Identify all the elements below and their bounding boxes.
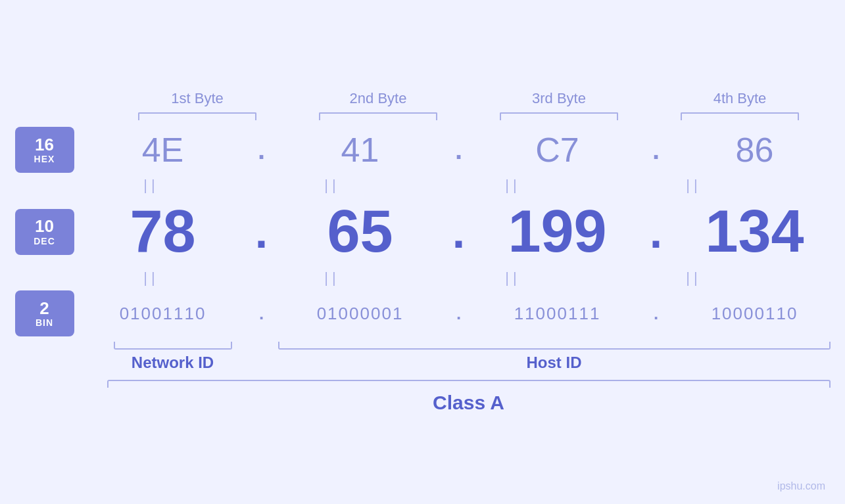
dec-b4: 134 [689,198,821,265]
dec-b2: 65 [295,198,426,265]
host-id-section: Host ID [278,342,831,372]
byte-headers: 1st Byte 2nd Byte 3rd Byte 4th Byte [107,90,831,107]
top-brackets [107,112,831,120]
bin-badge-num: 2 [39,299,49,318]
hex-b3: C7 [492,130,623,170]
main-container: 1st Byte 2nd Byte 3rd Byte 4th Byte 16 H… [0,0,845,504]
bin-row: 2 BIN 01001110 . 01000001 . 11000111 . 1… [15,290,831,336]
eq1-1: || [85,177,217,194]
network-bracket-bottom [114,342,232,350]
dot-dec-3: . [643,206,669,258]
bin-b4: 10000110 [689,304,821,324]
network-id-label: Network ID [132,354,214,372]
dot-dec-2: . [446,206,472,258]
eq2-3: || [447,269,579,286]
byte2-header: 2nd Byte [312,90,444,107]
eq1-2: || [266,177,398,194]
byte1-header: 1st Byte [132,90,263,107]
dot-bin-2: . [446,304,472,324]
dot-hex-3: . [643,135,669,165]
hex-b4: 86 [689,130,821,170]
byte3-header: 3rd Byte [493,90,625,107]
hex-row: 16 HEX 4E . 41 . C7 . 86 [15,127,831,173]
hex-badge-label: HEX [34,154,55,164]
eq2-2: || [266,269,398,286]
class-label: Class A [433,392,504,414]
eq2-4: || [628,269,760,286]
bin-b2: 01000001 [295,304,426,324]
bin-badge-label: BIN [36,317,53,328]
eq1-4: || [628,177,760,194]
bracket-top-2 [319,112,437,120]
bin-b3: 11000111 [492,304,623,324]
bracket-top-3 [500,112,618,120]
hex-badge: 16 HEX [15,127,74,173]
hex-values: 4E . 41 . C7 . 86 [87,130,831,170]
hex-badge-num: 16 [35,135,54,154]
equals-row-2: || || || || [61,269,785,286]
dot-dec-1: . [249,206,275,258]
byte4-header: 4th Byte [674,90,806,107]
bin-values: 01001110 . 01000001 . 11000111 . 1000011… [87,304,831,324]
eq1-3: || [447,177,579,194]
hex-b1: 4E [97,130,229,170]
class-bracket-top [107,380,831,388]
bracket-top-1 [138,112,256,120]
bracket-top-4 [681,112,799,120]
id-brackets-row: Network ID Host ID [107,342,831,372]
dec-badge: 10 DEC [15,209,74,255]
hex-b2: 41 [295,130,426,170]
dec-b3: 199 [492,198,623,265]
eq2-1: || [85,269,217,286]
bin-b1: 01001110 [97,304,229,324]
dec-badge-num: 10 [35,217,54,236]
dot-hex-2: . [446,135,472,165]
equals-row-1: || || || || [61,177,785,194]
dec-b1: 78 [97,198,229,265]
network-id-section: Network ID [107,342,239,372]
dec-badge-label: DEC [34,236,55,246]
watermark: ipshu.com [777,480,825,492]
host-bracket-bottom [278,342,831,350]
class-section: Class A [107,380,831,414]
dot-hex-1: . [249,135,275,165]
dot-bin-1: . [249,304,275,324]
class-label-wrap: Class A [107,392,831,414]
dec-row: 10 DEC 78 . 65 . 199 . 134 [15,198,831,265]
bin-badge: 2 BIN [15,290,74,336]
host-id-label: Host ID [527,354,582,372]
dot-bin-3: . [643,304,669,324]
dec-values: 78 . 65 . 199 . 134 [87,198,831,265]
